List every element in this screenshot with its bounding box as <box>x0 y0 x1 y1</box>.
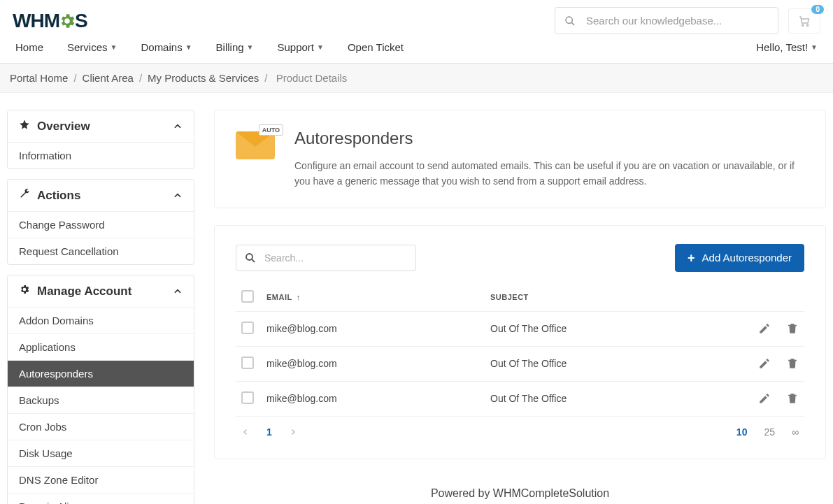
cell-subject: Out Of The Office <box>490 358 729 369</box>
edit-button[interactable] <box>758 322 771 335</box>
page-size-option[interactable]: 10 <box>736 426 748 438</box>
table-row: mike@blog.comOut Of The Office <box>236 312 804 347</box>
chevron-up-icon <box>173 122 183 131</box>
wrench-icon <box>19 188 30 199</box>
gear-icon <box>19 284 30 295</box>
row-checkbox[interactable] <box>241 322 254 334</box>
sidebar-manage-header[interactable]: Manage Account <box>8 275 194 308</box>
cell-email: mike@blog.com <box>266 393 490 404</box>
chevron-down-icon: ▼ <box>111 43 118 51</box>
row-checkbox[interactable] <box>241 391 254 404</box>
table-row: mike@blog.comOut Of The Office <box>236 347 804 382</box>
cell-email: mike@blog.com <box>266 358 490 369</box>
column-header-subject[interactable]: SUBJECT <box>490 293 729 301</box>
breadcrumb-link[interactable]: Portal Home <box>10 72 68 84</box>
sort-asc-icon: ↑ <box>297 293 301 301</box>
svg-point-4 <box>246 254 252 260</box>
svg-line-1 <box>571 22 574 25</box>
sidebar-item-autoresponders[interactable]: Autoresponders <box>8 360 194 387</box>
sidebar-item-applications[interactable]: Applications <box>8 333 194 360</box>
edit-button[interactable] <box>758 357 771 370</box>
search-icon <box>244 252 257 264</box>
page-size-option[interactable]: ∞ <box>792 426 799 438</box>
sidebar-actions-header[interactable]: Actions <box>8 180 194 212</box>
delete-button[interactable] <box>786 322 799 335</box>
column-header-email[interactable]: EMAIL↑ <box>266 293 490 301</box>
chevron-down-icon: ▼ <box>247 43 254 51</box>
chevron-down-icon: ▼ <box>185 43 192 51</box>
autoresponder-icon: AUTO <box>236 129 275 159</box>
user-greeting: Hello, Test! <box>756 41 808 53</box>
gear-icon <box>58 12 76 30</box>
table-row: mike@blog.comOut Of The Office <box>236 382 804 417</box>
page-prev-button[interactable] <box>241 428 250 436</box>
sidebar-item-dns-zone-editor[interactable]: DNS Zone Editor <box>8 466 194 493</box>
nav-item-domains[interactable]: Domains ▼ <box>141 41 192 53</box>
sidebar-item-change-password[interactable]: Change Password <box>8 212 194 238</box>
breadcrumb-current: Product Details <box>276 72 348 84</box>
pagination: 1 <box>241 426 297 438</box>
page-size-selector: 1025∞ <box>736 426 799 438</box>
delete-button[interactable] <box>786 392 799 405</box>
chevron-up-icon <box>173 191 183 201</box>
nav-item-billing[interactable]: Billing ▼ <box>216 41 254 53</box>
cart-badge: 0 <box>811 5 824 14</box>
page-intro-card: AUTO Autoresponders Configure an email a… <box>214 110 826 208</box>
search-icon <box>564 15 576 27</box>
breadcrumb-link[interactable]: My Products & Services <box>148 72 259 84</box>
svg-point-2 <box>802 24 804 25</box>
nav-item-services[interactable]: Services ▼ <box>67 41 117 53</box>
sidebar-item-request-cancellation[interactable]: Request Cancellation <box>8 238 194 264</box>
svg-line-5 <box>252 259 255 262</box>
sidebar-item-domain-aliases[interactable]: Domain Aliases <box>8 493 194 504</box>
select-all-checkbox[interactable] <box>241 290 254 303</box>
svg-point-0 <box>566 17 572 23</box>
autoresponders-table: EMAIL↑ SUBJECT mike@blog.comOut Of The O… <box>236 283 804 440</box>
table-search-input[interactable] <box>236 245 416 271</box>
delete-button[interactable] <box>786 357 799 370</box>
cart-icon <box>797 15 811 27</box>
brand-text-right: S <box>75 10 87 32</box>
nav-item-home[interactable]: Home <box>15 41 43 53</box>
chevron-up-icon <box>173 287 183 296</box>
sidebar-manage-panel: Manage Account Addon DomainsApplications… <box>7 275 194 504</box>
user-menu[interactable]: Hello, Test! ▼ <box>756 41 818 53</box>
cell-subject: Out Of The Office <box>490 393 729 404</box>
sidebar-overview-panel: Overview Information <box>7 110 194 169</box>
brand-text-left: WHM <box>13 10 59 32</box>
sidebar-item-disk-usage[interactable]: Disk Usage <box>8 440 194 466</box>
table-search <box>236 245 416 271</box>
nav-item-open-ticket[interactable]: Open Ticket <box>348 41 404 53</box>
add-autoresponder-button[interactable]: + Add Autoresponder <box>675 244 804 272</box>
sidebar-item-backups[interactable]: Backups <box>8 387 194 413</box>
sidebar-item-information[interactable]: Information <box>8 143 194 168</box>
edit-button[interactable] <box>758 392 771 405</box>
kb-search-input[interactable] <box>555 7 778 34</box>
page-description: Configure an email account to send autom… <box>294 158 804 189</box>
footer-text: Powered by WHMCompleteSolution <box>214 476 826 504</box>
chevron-down-icon: ▼ <box>811 43 818 51</box>
sidebar-overview-header[interactable]: Overview <box>8 110 194 143</box>
brand-logo[interactable]: WHM S <box>13 10 87 32</box>
page-next-button[interactable] <box>289 428 297 436</box>
cell-subject: Out Of The Office <box>490 323 729 334</box>
star-icon <box>19 119 30 130</box>
nav-item-support[interactable]: Support ▼ <box>277 41 323 53</box>
page-number[interactable]: 1 <box>266 426 272 438</box>
breadcrumb-link[interactable]: Client Area <box>83 72 134 84</box>
page-title: Autoresponders <box>294 129 804 148</box>
sidebar-actions-panel: Actions Change PasswordRequest Cancellat… <box>7 179 194 265</box>
page-size-option[interactable]: 25 <box>764 426 775 438</box>
plus-icon: + <box>688 252 695 264</box>
svg-point-3 <box>806 24 808 25</box>
sidebar-item-addon-domains[interactable]: Addon Domains <box>8 308 194 333</box>
main-nav: HomeServices ▼Domains ▼Billing ▼Support … <box>15 41 404 53</box>
chevron-down-icon: ▼ <box>317 43 324 51</box>
autoresponders-card: + Add Autoresponder EMAIL↑ SUBJECT mike@… <box>214 225 826 459</box>
kb-search <box>555 7 778 34</box>
cart-button[interactable]: 0 <box>788 8 820 34</box>
cell-email: mike@blog.com <box>266 323 490 334</box>
row-checkbox[interactable] <box>241 357 254 369</box>
breadcrumb: Portal Home/Client Area/My Products & Se… <box>0 64 833 93</box>
sidebar-item-cron-jobs[interactable]: Cron Jobs <box>8 413 194 440</box>
